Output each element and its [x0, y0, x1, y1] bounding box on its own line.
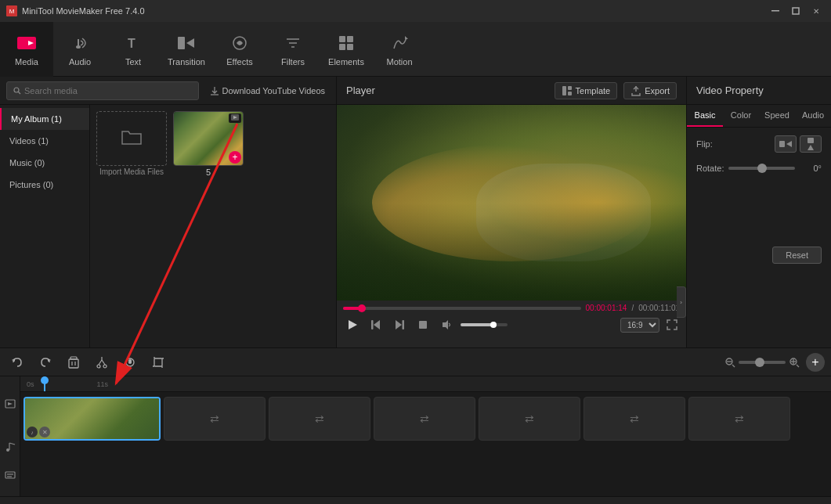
player-title: Player: [346, 85, 375, 96]
close-button[interactable]: ✕: [808, 5, 825, 17]
nav-pictures[interactable]: Pictures (0): [0, 174, 89, 196]
tab-audio[interactable]: Audio: [795, 105, 831, 127]
import-label: Import Media Files: [99, 167, 164, 176]
zoom-slider[interactable]: [739, 361, 786, 364]
toolbar-effects[interactable]: Effects: [213, 22, 266, 77]
svg-marker-29: [374, 320, 380, 329]
reset-button[interactable]: Reset: [772, 247, 822, 264]
video-clip[interactable]: ♪ ✕: [23, 397, 161, 441]
horizontal-scrollbar[interactable]: [0, 496, 831, 504]
download-icon: [210, 86, 219, 95]
player-panel: Player Template Export: [337, 77, 686, 347]
svg-rect-66: [5, 472, 15, 478]
toolbar-text[interactable]: T Text: [107, 22, 160, 77]
redo-button[interactable]: [34, 351, 56, 373]
audio-detach-button[interactable]: [119, 351, 141, 373]
flip-controls: [775, 135, 822, 153]
minimize-button[interactable]: [767, 5, 784, 17]
aspect-ratio-select[interactable]: 16:9 9:16 4:3 1:1: [620, 318, 659, 333]
add-track-button[interactable]: +: [806, 353, 825, 372]
svg-rect-2: [771, 10, 779, 12]
svg-text:M: M: [9, 8, 15, 15]
empty-slot-3[interactable]: ⇄: [374, 397, 475, 441]
svg-marker-19: [405, 36, 408, 39]
titlebar-left: M MiniTool MovieMaker Free 7.4.0: [6, 5, 145, 16]
svg-rect-16: [347, 36, 353, 42]
toolbar-filters[interactable]: Filters: [266, 22, 320, 77]
empty-slot-6[interactable]: ⇄: [688, 397, 790, 441]
cut-button[interactable]: [91, 351, 113, 373]
template-button[interactable]: Template: [555, 82, 618, 99]
toolbar-elements[interactable]: Elements: [320, 22, 373, 77]
video-preview: [337, 105, 686, 301]
flip-vertical-button[interactable]: [800, 135, 822, 153]
flip-horizontal-button[interactable]: [775, 135, 797, 153]
timeline: + 0s 11s ♪: [0, 347, 831, 504]
playback-controls: 16:9 9:16 4:3 1:1: [343, 315, 680, 334]
delete-button[interactable]: [63, 351, 85, 373]
seek-bar[interactable]: [343, 307, 581, 310]
effects-label: Effects: [226, 57, 252, 67]
search-box[interactable]: [6, 81, 199, 100]
rotate-slider[interactable]: [728, 167, 795, 170]
crop-button[interactable]: [147, 351, 169, 373]
search-input[interactable]: [24, 86, 192, 95]
collapse-panel-button[interactable]: ›: [677, 286, 686, 318]
import-media-button[interactable]: [96, 111, 167, 166]
skip-forward-button[interactable]: [390, 315, 409, 334]
app-title: MiniTool MovieMaker Free 7.4.0: [22, 6, 145, 16]
nav-videos[interactable]: Videos (1): [0, 130, 89, 152]
undo-button[interactable]: [6, 351, 28, 373]
arrow-icon: ⇄: [525, 412, 534, 425]
restore-button[interactable]: [787, 5, 804, 17]
fullscreen-button[interactable]: [664, 317, 680, 333]
search-icon: [13, 87, 21, 95]
svg-rect-10: [178, 37, 185, 49]
svg-rect-42: [70, 357, 77, 359]
tab-basic[interactable]: Basic: [687, 105, 723, 127]
svg-rect-36: [808, 138, 814, 143]
svg-marker-34: [443, 320, 448, 329]
svg-rect-33: [419, 321, 427, 329]
elements-icon: [335, 32, 357, 54]
left-sidebar: My Album (1) Videos (1) Music (0) Pictur…: [0, 105, 336, 347]
toolbar-transition[interactable]: Transition: [160, 22, 213, 77]
toolbar-media[interactable]: Media: [0, 22, 53, 77]
tab-color[interactable]: Color: [723, 105, 759, 127]
export-button[interactable]: Export: [623, 82, 677, 99]
empty-slot-4[interactable]: ⇄: [479, 397, 580, 441]
svg-point-20: [14, 88, 19, 92]
svg-rect-49: [154, 358, 162, 366]
property-title: Video Property: [687, 77, 831, 105]
svg-rect-17: [339, 44, 345, 50]
seek-bar-container: 00:00:01:14 / 00:00:11:01: [343, 304, 680, 312]
toolbar-motion[interactable]: Motion: [373, 22, 426, 77]
skip-back-button[interactable]: [367, 315, 385, 334]
property-content: Flip: Rotate: 0° Reset: [687, 128, 831, 272]
empty-slot-1[interactable]: ⇄: [164, 397, 266, 441]
volume-slider[interactable]: [461, 323, 508, 326]
video-frame: [337, 105, 686, 301]
empty-slot-5[interactable]: ⇄: [584, 397, 685, 441]
play-button[interactable]: [343, 315, 362, 334]
rotate-value: 0°: [800, 164, 822, 173]
svg-rect-8: [78, 39, 79, 47]
flip-label: Flip:: [696, 139, 713, 149]
nav-music[interactable]: Music (0): [0, 152, 89, 174]
nav-my-album[interactable]: My Album (1): [0, 108, 89, 130]
svg-rect-18: [347, 44, 353, 50]
zoom-out-icon: [724, 357, 735, 368]
svg-rect-5: [20, 39, 26, 47]
empty-slot-2[interactable]: ⇄: [269, 397, 370, 441]
timeline-ruler: 0s 11s: [20, 376, 831, 392]
arrow-icon: ⇄: [630, 412, 639, 425]
svg-line-21: [19, 92, 21, 94]
download-youtube-button[interactable]: Download YouTube Videos: [205, 85, 331, 97]
stop-button[interactable]: [414, 315, 432, 334]
toolbar-audio[interactable]: Audio: [53, 22, 107, 77]
tab-speed[interactable]: Speed: [759, 105, 795, 127]
add-to-timeline-button[interactable]: +: [229, 151, 241, 164]
volume-button[interactable]: [437, 315, 456, 334]
clip-remove-button[interactable]: ✕: [39, 427, 50, 437]
media-thumbnail[interactable]: +: [173, 111, 244, 166]
